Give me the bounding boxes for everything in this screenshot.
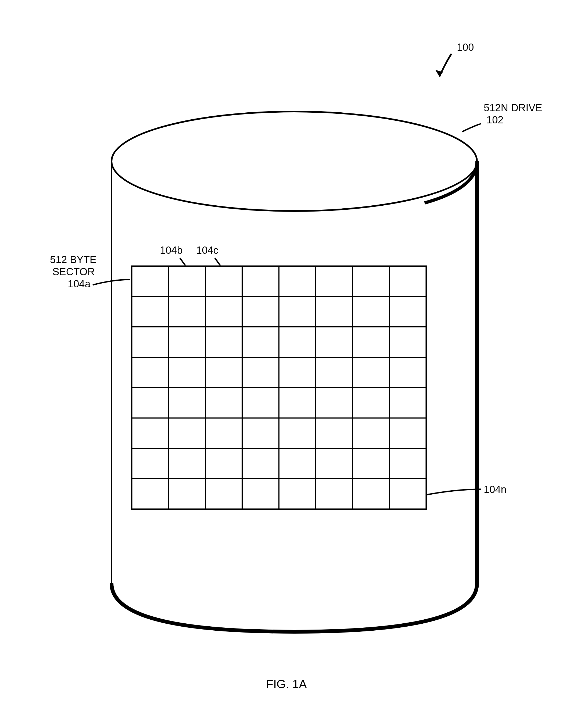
ref-100-label: 100: [457, 42, 474, 53]
drive-label-text: 512N DRIVE: [484, 102, 542, 114]
sector-label-line2: SECTOR: [52, 266, 95, 278]
leader-104c: [215, 258, 220, 266]
reference-arrow-100: [435, 54, 451, 77]
leader-104n: [427, 489, 481, 495]
cylinder-bottom: [111, 583, 477, 632]
svg-point-3: [111, 111, 477, 211]
figure-caption: FIG. 1A: [266, 677, 307, 691]
sector-ref-c: 104c: [196, 245, 218, 256]
sector-ref-n: 104n: [484, 484, 507, 495]
drive-ref-text: 102: [486, 114, 503, 126]
diagram-container: 100 512N DRIVE 102 512 BYTE SECTOR 104a …: [0, 0, 588, 718]
cylinder-sides: [111, 161, 477, 583]
sector-grid: [132, 266, 426, 509]
leader-104b: [180, 258, 185, 266]
cylinder-top: [111, 111, 477, 211]
sector-ref-a: 104a: [68, 278, 90, 290]
sector-ref-b: 104b: [160, 245, 183, 256]
sector-label-line1: 512 BYTE: [50, 254, 97, 266]
leader-drive: [462, 124, 481, 132]
